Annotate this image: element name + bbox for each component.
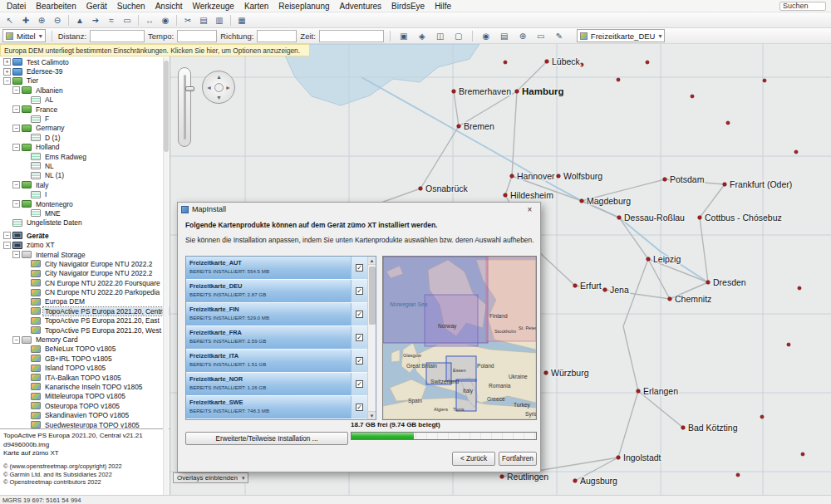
city-marker[interactable]: Reutlingen [500,472,549,482]
menu-bearbeiten[interactable]: Bearbeiten [31,0,81,12]
city-marker[interactable]: Osnabrück [419,183,469,193]
tree-item[interactable]: BeNeLux TOPO v1805 [0,345,170,354]
split-view-icon[interactable]: ◫ [433,29,448,42]
product-checkbox[interactable]: ✓ [356,264,363,272]
tree-item[interactable]: Island TOPO v1805 [0,364,170,373]
scrollbar-thumb[interactable] [369,267,376,325]
dialog-titlebar[interactable]: MapInstall × [178,203,540,216]
collapse-icon[interactable]: − [12,105,20,113]
city-marker[interactable]: Würzburg [544,368,589,378]
cut-tool-icon[interactable]: ✂ [180,13,195,27]
tree-item[interactable]: CN Europe NTU 2022.20 Parkopedia [0,287,170,296]
product-row[interactable]: Freizeitkarte_FRABEREITS INSTALLIERT: 2.… [186,326,367,350]
pan-center[interactable] [214,83,224,92]
product-checkbox[interactable]: ✓ [356,311,363,318]
map-product-dropdown[interactable]: Freizeitkarte_DEU▾ [577,29,666,42]
expand-icon[interactable]: + [3,68,11,76]
tree-item[interactable]: NL [0,161,170,170]
product-row[interactable]: Freizeitkarte_ITABEREITS INSTALLIERT: 1.… [186,350,367,373]
zoom-in-tool-icon[interactable]: ⊕ [34,13,49,27]
select-tool-icon[interactable]: ↖ [2,13,17,27]
product-checkbox[interactable]: ✓ [356,404,363,411]
tree-item[interactable]: TopoActive PS Europa 2021.20, East [0,316,170,325]
tree-item[interactable]: TopoActive PS Europa 2021.20, West [0,325,170,335]
new-waypoint-tool-icon[interactable]: ▲ [72,13,87,27]
scroll-up-icon[interactable]: ▲ [368,257,376,265]
collapse-icon[interactable]: − [12,181,20,188]
tree-item[interactable]: −Holland [0,143,170,152]
menu-datei[interactable]: Datei [2,0,31,12]
menu-suchen[interactable]: Suchen [112,0,150,12]
tree-item[interactable]: −Montenegro [0,199,170,208]
zeit-field[interactable] [319,30,384,42]
city-marker[interactable]: Ingolstadt [617,453,661,462]
tree-item[interactable]: −Germany [0,124,170,133]
paste-tool-icon[interactable]: ▥ [212,13,227,27]
birdseye-icon[interactable]: ◉ [479,29,494,42]
city-marker[interactable]: Hildesheim [504,190,553,200]
tree-item[interactable]: Mitteleuropa TOPO v1805 [0,392,170,401]
back-button[interactable]: < Zurück [452,452,495,466]
tree-item[interactable]: −zümo XT [0,240,170,249]
distanz-field[interactable] [90,30,145,42]
full-view-icon[interactable]: ▢ [451,29,466,42]
expand-icon[interactable]: + [3,58,11,66]
tree-item[interactable]: Ems Radweg [0,152,170,161]
coverage-preview-map[interactable]: Norwegian SeaNorwayFinlandStockholmSt. P… [382,256,537,420]
notification-bar[interactable]: Europa DEM unterliegt bestimmten Einschr… [0,44,310,56]
city-marker[interactable]: Dessau-Roßlau [617,213,685,223]
city-marker[interactable]: Frankfurt (Oder) [723,179,793,189]
tree-item[interactable]: −France [0,105,170,114]
pan-tool-icon[interactable]: ✚ [18,13,33,27]
tree-item[interactable]: Osteuropa TOPO v1805 [0,401,170,410]
pan-left-icon[interactable]: ◄ [206,85,212,91]
tree-item[interactable]: MNE [0,208,170,218]
tree-item[interactable]: ITA-Balkan TOPO v1805 [0,373,170,382]
sidebar-scrollbar[interactable] [163,57,169,495]
product-row[interactable]: Freizeitkarte_FINBEREITS INSTALLIERT: 52… [186,303,367,326]
tree-item[interactable]: −Memory Card [0,335,170,344]
collapse-icon[interactable]: − [3,77,11,85]
collapse-icon[interactable]: − [12,144,20,151]
scroll-down-icon[interactable]: ▼ [368,411,376,419]
info-tool-icon[interactable]: ◉ [158,13,173,27]
tree-item[interactable]: −Italy [0,180,170,189]
overlays-dropdown[interactable]: Overlays einblenden ▾ [173,472,248,483]
continue-button[interactable]: Fortfahren [499,452,537,466]
tree-item[interactable]: I [0,189,170,198]
tree-item[interactable]: −Tier [0,76,170,86]
measure-tool-icon[interactable]: ↔ [142,13,157,27]
menu-ansicht[interactable]: Ansicht [150,0,188,12]
city-marker[interactable]: Wolfsburg [557,171,603,181]
city-marker[interactable]: Magdeburg [580,196,632,206]
screenshot-icon[interactable]: ✎ [552,29,567,42]
zoom-level-dropdown[interactable]: Mittel▾ [2,29,46,42]
overlay-icon[interactable]: ▤ [497,29,512,42]
city-marker[interactable]: Bad Kötzting [681,423,738,433]
product-row[interactable]: Freizeitkarte_DEUBEREITS INSTALLIERT: 2.… [186,280,367,303]
city-marker[interactable]: Bremerhaven [452,86,511,96]
product-row[interactable]: Freizeitkarte_NORBEREITS INSTALLIERT: 1.… [186,373,367,396]
tree-item[interactable]: +Edersee-39 [0,66,170,76]
new-route-tool-icon[interactable]: ➔ [88,13,103,27]
scrollbar-thumb[interactable] [164,61,169,152]
tree-item[interactable]: −Internal Storage [0,250,170,259]
tree-item[interactable]: NL (1) [0,171,170,180]
map-view-icon[interactable]: ▣ [396,29,411,42]
copy-tool-icon[interactable]: ▤ [196,13,211,27]
product-row[interactable]: Freizeitkarte_SWEBEREITS INSTALLIERT: 74… [186,396,367,419]
tree-item[interactable]: TopoActive PS Europa 2021.20, Central [0,306,170,316]
zoom-out-tool-icon[interactable]: ⊖ [50,13,65,27]
menu-werkzeuge[interactable]: Werkzeuge [187,0,238,12]
advanced-install-button[interactable]: Erweiterte/Teilweise Installation ... [185,432,348,445]
collapse-icon[interactable]: − [12,200,20,208]
view-3d-icon[interactable]: ◈ [415,29,430,42]
city-marker[interactable]: Hamburg [515,86,564,96]
richtung-field[interactable] [257,30,297,42]
tree-item[interactable]: Ungelistete Daten [0,218,170,228]
select-region-icon[interactable]: ▭ [534,29,548,42]
zoom-slider-handle[interactable] [185,86,194,91]
tree-item[interactable]: −Albanien [0,86,170,95]
city-marker[interactable]: Cottbus - Chósebuz [698,213,782,223]
menu-hilfe[interactable]: Hilfe [430,0,456,12]
